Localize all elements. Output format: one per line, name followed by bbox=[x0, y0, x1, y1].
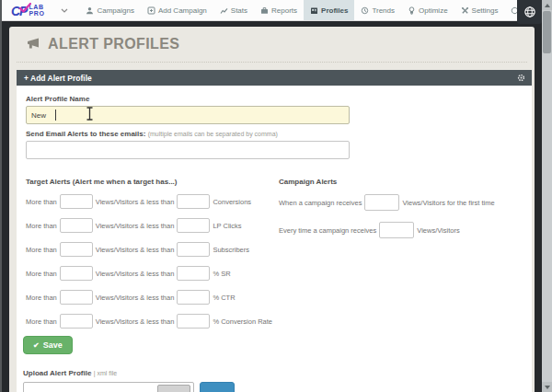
profile-card-icon bbox=[310, 6, 318, 15]
row-middle: Views/Visitors & less than bbox=[96, 270, 175, 278]
row-middle: Views/Visitors & less than bbox=[96, 222, 175, 230]
save-button[interactable]: ✔ Save bbox=[23, 336, 73, 354]
row-middle: Views/Visitors & less than bbox=[96, 198, 175, 206]
campaign-alert-row: When a campaign receives Views/Visitors … bbox=[279, 194, 529, 211]
target-alert-row: More than Views/Visitors & less than LP … bbox=[26, 218, 276, 233]
nav-item-label: Profiles bbox=[321, 6, 348, 15]
target-alert-row: More than Views/Visitors & less than Sub… bbox=[26, 242, 276, 257]
chevron-down-icon[interactable] bbox=[61, 8, 68, 13]
app-logo[interactable]: CP LAB PRO bbox=[11, 4, 44, 17]
target-views-min-input[interactable] bbox=[60, 242, 93, 257]
target-views-min-input[interactable] bbox=[60, 194, 93, 209]
save-button-label: Save bbox=[43, 340, 63, 350]
nav-item-profiles[interactable]: Profiles bbox=[304, 0, 354, 20]
nav-item-reports[interactable]: Reports bbox=[254, 0, 304, 20]
nav-item-trends[interactable]: Trends bbox=[354, 0, 401, 20]
row-metric: Subscribers bbox=[213, 246, 249, 254]
nav-menu: Campaigns Add Campaign Stats Reports Pro… bbox=[79, 0, 552, 20]
row-middle: Views/Visitors & less than bbox=[96, 294, 175, 302]
row-prefix: Every time a campaign receives bbox=[279, 226, 376, 235]
campaign-alerts-column: Campaign Alerts When a campaign receives… bbox=[279, 178, 529, 238]
row-prefix: More than bbox=[26, 294, 57, 302]
nav-item-label: Settings bbox=[472, 6, 499, 15]
target-metric-max-input[interactable] bbox=[177, 314, 210, 329]
megaphone-icon bbox=[26, 38, 40, 51]
scrollbar-up-arrow[interactable] bbox=[542, 0, 552, 10]
globe-button[interactable] bbox=[517, 0, 542, 24]
header-separator bbox=[17, 62, 527, 63]
row-suffix: Views/Visitors for the first time bbox=[402, 199, 494, 207]
nav-item-campaigns[interactable]: Campaigns bbox=[79, 0, 140, 20]
target-views-min-input[interactable] bbox=[60, 218, 93, 233]
campaign-every-time-input[interactable] bbox=[379, 222, 414, 238]
scrollbar-thumb[interactable] bbox=[543, 11, 551, 53]
profile-name-label: Alert Profile Name bbox=[26, 95, 89, 103]
tools-icon bbox=[461, 6, 469, 15]
target-alert-row: More than Views/Visitors & less than Con… bbox=[26, 194, 276, 209]
target-metric-max-input[interactable] bbox=[177, 266, 210, 281]
profile-name-input[interactable] bbox=[26, 106, 350, 124]
row-metric: Conversions bbox=[213, 198, 251, 206]
target-views-min-input[interactable] bbox=[60, 314, 93, 329]
lightbulb-icon bbox=[408, 6, 416, 15]
target-alerts-column: Target Alerts (Alert me when a target ha… bbox=[26, 178, 276, 329]
text-caret bbox=[55, 110, 56, 121]
row-metric: % SR bbox=[213, 270, 230, 278]
scrollbar-down-arrow[interactable] bbox=[542, 382, 552, 392]
target-alert-row: More than Views/Visitors & less than % S… bbox=[26, 266, 276, 281]
upload-alert-profile-label: Upload Alert Profile | xml file bbox=[23, 369, 117, 377]
campaign-first-time-input[interactable] bbox=[364, 194, 399, 211]
briefcase-icon bbox=[260, 6, 269, 15]
row-middle: Views/Visitors & less than bbox=[96, 317, 175, 326]
row-metric: LP Clicks bbox=[213, 222, 241, 230]
row-prefix: More than bbox=[26, 270, 57, 278]
section-header-label: + Add Alert Profile bbox=[24, 74, 92, 83]
row-prefix: When a campaign receives bbox=[279, 199, 362, 207]
row-suffix: Views/Visitors bbox=[417, 226, 459, 235]
plus-square-icon bbox=[147, 6, 155, 15]
nav-item-label: Reports bbox=[271, 6, 297, 15]
upload-file-input[interactable] bbox=[23, 382, 194, 392]
nav-item-label: Optimize bbox=[419, 6, 448, 15]
vertical-scrollbar[interactable] bbox=[542, 0, 552, 392]
upload-button[interactable] bbox=[200, 382, 235, 392]
email-alerts-note: (multiple emails can be separated by com… bbox=[148, 131, 278, 137]
page-title: ALERT PROFILES bbox=[48, 36, 179, 52]
nav-item-label: Stats bbox=[231, 6, 247, 15]
nav-item-optimize[interactable]: Optimize bbox=[401, 0, 454, 20]
nav-item-settings[interactable]: Settings bbox=[454, 0, 505, 20]
target-views-min-input[interactable] bbox=[60, 290, 93, 305]
nav-item-add-campaign[interactable]: Add Campaign bbox=[141, 0, 213, 20]
globe-icon bbox=[523, 6, 536, 18]
row-metric: % CTR bbox=[213, 294, 235, 302]
target-alert-row: More than Views/Visitors & less than % C… bbox=[26, 290, 276, 305]
campaign-alerts-heading: Campaign Alerts bbox=[279, 178, 529, 186]
check-icon: ✔ bbox=[33, 341, 40, 350]
nav-item-label: Add Campaign bbox=[158, 6, 207, 15]
browse-button[interactable] bbox=[157, 385, 190, 392]
row-prefix: More than bbox=[26, 246, 57, 254]
nav-item-label: Campaigns bbox=[97, 6, 133, 15]
email-alerts-input[interactable] bbox=[26, 141, 350, 159]
nav-item-label: Trends bbox=[372, 6, 395, 15]
email-alerts-label: Send Email Alerts to these emails: (mult… bbox=[26, 130, 278, 138]
nav-item-stats[interactable]: Stats bbox=[213, 0, 254, 20]
target-alerts-heading: Target Alerts (Alert me when a target ha… bbox=[26, 178, 276, 186]
upload-label-note: | xml file bbox=[94, 370, 118, 376]
target-metric-max-input[interactable] bbox=[177, 290, 210, 305]
row-prefix: More than bbox=[26, 317, 57, 326]
target-metric-max-input[interactable] bbox=[177, 218, 210, 233]
top-navbar: CP LAB PRO Campaigns Add Campaign Stats bbox=[0, 0, 542, 21]
upload-label-text: Upload Alert Profile bbox=[23, 369, 91, 377]
email-alerts-label-text: Send Email Alerts to these emails: bbox=[26, 130, 145, 138]
content-panel: ALERT PROFILES + Add Alert Profile Alert… bbox=[9, 27, 535, 392]
row-middle: Views/Visitors & less than bbox=[96, 246, 175, 254]
target-metric-max-input[interactable] bbox=[177, 194, 210, 209]
target-metric-max-input[interactable] bbox=[177, 242, 210, 257]
alert-profile-form: Alert Profile Name Send Email Alerts to … bbox=[17, 86, 532, 392]
gear-icon[interactable] bbox=[517, 74, 525, 82]
target-views-min-input[interactable] bbox=[60, 266, 93, 281]
add-alert-profile-section-header[interactable]: + Add Alert Profile bbox=[17, 70, 532, 86]
campaign-alert-row: Every time a campaign receives Views/Vis… bbox=[279, 222, 529, 238]
row-metric: % Conversion Rate bbox=[213, 317, 272, 326]
